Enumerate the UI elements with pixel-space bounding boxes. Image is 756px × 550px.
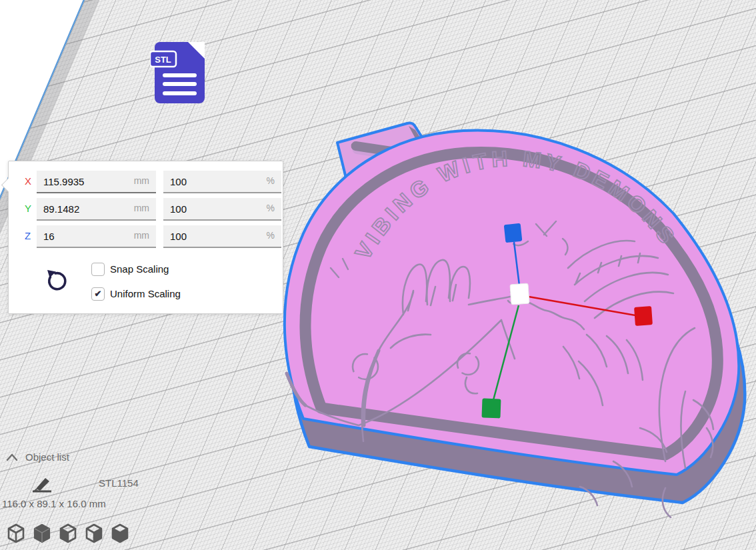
viewport-3d[interactable]: VIBING WITH MY DEMONS (0, 0, 756, 550)
mm-unit-label: mm (134, 230, 149, 241)
uniform-scaling-checkbox[interactable]: ✔ (91, 287, 105, 301)
model-canvas: VIBING WITH MY DEMONS (267, 113, 756, 550)
scale-y-percent-input[interactable] (170, 198, 253, 219)
doc-line (163, 91, 197, 95)
scale-z-percent-input[interactable] (170, 225, 253, 247)
chevron-up-icon[interactable] (5, 453, 19, 462)
y-axis-label: Y (25, 203, 35, 214)
scale-x-percent-input[interactable] (170, 171, 253, 192)
doc-line (163, 82, 197, 86)
mm-unit-label: mm (134, 203, 149, 213)
percent-unit-label: % (267, 230, 275, 241)
x-axis-label: X (25, 175, 35, 187)
scale-x-mm-input[interactable] (43, 171, 127, 192)
uniform-scaling-label: Uniform Scaling (110, 288, 181, 299)
view-right-icon[interactable] (108, 521, 132, 545)
camera-view-toolbar (4, 521, 132, 545)
view-front-icon[interactable] (30, 521, 54, 545)
scale-x-mm-field[interactable]: mm (37, 171, 156, 193)
percent-unit-label: % (267, 175, 275, 186)
object-list-item-name: STL1154 (99, 477, 139, 489)
reset-scale-button[interactable] (45, 268, 70, 293)
view-3d-icon[interactable] (4, 521, 28, 545)
pencil-icon (31, 476, 55, 493)
stl-badge-label: STL (155, 55, 171, 65)
reset-rotate-ccw-icon (45, 268, 70, 293)
z-scale-handle[interactable] (504, 223, 523, 243)
scale-z-percent-field[interactable]: % (163, 225, 281, 248)
x-scale-handle[interactable] (634, 306, 653, 326)
snap-scaling-checkbox[interactable] (91, 263, 105, 276)
object-list-title: Object list (25, 451, 69, 463)
selection-dimensions: 116.0 x 89.1 x 16.0 mm (2, 498, 106, 509)
mm-unit-label: mm (134, 175, 149, 186)
scale-y-percent-field[interactable]: % (163, 198, 281, 221)
center-scale-handle[interactable] (510, 283, 529, 305)
scale-tool-panel: X mm % Y mm % Z mm (8, 161, 283, 314)
z-axis-label: Z (25, 230, 35, 241)
stl-file-icon[interactable]: STL (150, 42, 200, 103)
scale-z-mm-input[interactable] (43, 225, 127, 247)
percent-unit-label: % (267, 203, 275, 213)
scale-x-percent-field[interactable]: % (163, 171, 281, 193)
scale-y-mm-field[interactable]: mm (37, 198, 156, 221)
snap-scaling-label: Snap Scaling (110, 263, 169, 275)
scale-y-mm-input[interactable] (43, 198, 127, 219)
scale-z-mm-field[interactable]: mm (37, 225, 156, 248)
y-scale-handle[interactable] (481, 399, 501, 419)
doc-line (163, 73, 197, 77)
view-top-icon[interactable] (56, 521, 80, 545)
view-left-icon[interactable] (82, 521, 106, 545)
